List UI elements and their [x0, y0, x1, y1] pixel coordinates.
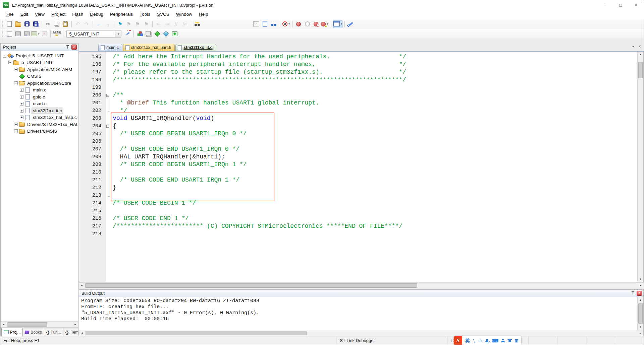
collapse-icon[interactable]: − [3, 54, 6, 58]
scroll-down-icon[interactable] [638, 276, 643, 282]
tree-item-drivers-cmsis[interactable]: +Drivers/CMSIS [1, 128, 78, 135]
document-tab-stm32f1xx-it-c[interactable]: stm32f1xx_it.c [175, 44, 216, 51]
expand-icon[interactable]: + [14, 123, 18, 126]
find-in-files-button[interactable] [193, 20, 201, 28]
collapse-icon[interactable]: − [8, 61, 12, 64]
scrollbar-thumb[interactable] [7, 322, 47, 327]
clear-bookmarks-button[interactable]: ⚑ [142, 20, 150, 28]
expand-icon[interactable]: + [20, 95, 23, 99]
scrollbar-track[interactable] [638, 57, 643, 276]
scroll-right-icon[interactable] [72, 322, 78, 327]
scrollbar-thumb[interactable] [638, 62, 643, 78]
manage-run-time-environment-button[interactable] [153, 30, 161, 38]
handwriting-input-icon[interactable] [501, 339, 505, 342]
target-select-dropdown-icon[interactable]: ▾ [115, 30, 121, 37]
scrollbar-track[interactable] [85, 283, 638, 288]
navigate-back-button[interactable]: ← [95, 20, 103, 28]
voice-input-icon[interactable] [486, 339, 488, 342]
pin-icon[interactable] [631, 291, 635, 295]
maximize-button[interactable]: □ [613, 0, 628, 10]
tree-item-application-mdk-arm[interactable]: +Application/MDK-ARM [1, 66, 78, 73]
target-select[interactable]: 5_USART_INIT▾ [66, 30, 121, 38]
scroll-left-icon[interactable] [1, 322, 6, 327]
scroll-down-icon[interactable] [638, 324, 643, 330]
document-tab-stm32f1xx-hal-uart-h[interactable]: stm32f1xx_hal_uart.h [123, 44, 175, 51]
pack-installer-button[interactable] [171, 30, 179, 38]
scrollbar-thumb[interactable] [85, 283, 417, 288]
select-software-packs-button[interactable] [162, 30, 170, 38]
tree-item-stm32f1xx-it-c[interactable]: +stm32f1xx_it.c [1, 107, 78, 114]
save-all-button[interactable] [32, 20, 40, 28]
tree-item-stm32f1xx-hal-msp-c[interactable]: +stm32f1xx_hal_msp.c [1, 114, 78, 121]
tree-item-application-user-core[interactable]: −Application/User/Core [1, 80, 78, 87]
manage-project-items-button[interactable] [136, 30, 144, 38]
next-bookmark-button[interactable]: ⚑ [125, 20, 133, 28]
previous-bookmark-button[interactable]: ⚑ [133, 20, 142, 28]
language-mode-icon[interactable]: 英 [465, 338, 470, 343]
fold-toggle-icon[interactable]: − [105, 122, 111, 130]
scroll-up-icon[interactable] [638, 52, 643, 57]
menu-flash[interactable]: Flash [69, 10, 87, 18]
kill-all-breakpoints-button[interactable]: ▾ [321, 20, 329, 28]
debug-windows-button[interactable]: ▾ [333, 20, 342, 28]
insert-bookmark-button[interactable]: ⚑ [116, 20, 124, 28]
menu-file[interactable]: File [3, 10, 17, 18]
scroll-up-icon[interactable] [638, 297, 643, 303]
document-tab-main-c[interactable]: main.c [98, 44, 122, 51]
fold-toggle-icon[interactable]: − [105, 91, 111, 99]
batch-build-button[interactable]: ▾ [32, 30, 40, 38]
virtual-keyboard-icon[interactable]: ⌨ [492, 338, 498, 343]
collapse-icon[interactable]: − [14, 81, 18, 85]
open-file-button[interactable] [14, 20, 22, 28]
close-document-icon[interactable] [637, 44, 643, 49]
build-button[interactable] [14, 30, 22, 38]
expand-icon[interactable]: + [14, 129, 18, 133]
scroll-left-icon[interactable] [79, 283, 85, 288]
new-file-button[interactable] [5, 20, 13, 28]
skin-settings-icon[interactable] [507, 339, 512, 342]
start-stop-debug-button[interactable]: d▾ [282, 20, 290, 28]
disable-all-breakpoints-button[interactable] [312, 20, 320, 28]
scrollbar-track[interactable] [85, 330, 638, 336]
scroll-right-icon[interactable] [638, 283, 644, 288]
navigate-forward-button[interactable]: → [104, 20, 112, 28]
tree-item-drivers-stm32f1xx-hal-d[interactable]: +Drivers/STM32F1xx_HAL_D [1, 121, 78, 128]
workspace-tab-project[interactable]: Proj... [1, 328, 23, 336]
tree-item-project-5-usart-init[interactable]: −Project: 5_USART_INIT [1, 52, 78, 59]
copy-button[interactable] [53, 20, 61, 28]
minimize-button[interactable]: − [597, 0, 613, 10]
tree-item-usart-c[interactable]: +usart.c [1, 100, 78, 108]
debug-windows-dropdown-icon[interactable]: ▾ [341, 22, 342, 25]
paste-button[interactable] [61, 20, 69, 28]
pin-icon[interactable] [66, 45, 70, 49]
code-area[interactable]: 195/* Add here the Interrupt Handlers fo… [79, 52, 637, 282]
cut-button[interactable]: ✂ [44, 20, 52, 28]
menu-peripherals[interactable]: Peripherals [107, 10, 136, 18]
menu-tools[interactable]: Tools [136, 10, 154, 18]
menu-svcs[interactable]: SVCS [154, 10, 173, 18]
build-output-close-icon[interactable] [637, 291, 642, 296]
options-for-target-button[interactable] [123, 30, 131, 38]
scrollbar-thumb[interactable] [638, 303, 643, 324]
enable-disable-breakpoint-button[interactable] [303, 20, 311, 28]
sogou-toolbox-icon[interactable]: ⊞ [515, 338, 519, 343]
menu-debug[interactable]: Debug [87, 10, 107, 18]
expand-icon[interactable]: + [20, 102, 23, 106]
download-to-flash-button[interactable]: LOAD⇊ [53, 30, 61, 38]
sogou-logo-icon[interactable]: S [454, 336, 462, 345]
tree-item-5-usart-init[interactable]: −5_USART_INIT [1, 59, 78, 66]
find-in-files-dialog-button[interactable] [261, 20, 269, 28]
project-panel-close-icon[interactable] [71, 45, 77, 50]
file-extensions-books-button[interactable] [145, 30, 153, 38]
configure-uvision-button[interactable] [347, 20, 355, 28]
rebuild-all-button[interactable] [23, 30, 31, 38]
document-list-icon[interactable] [630, 44, 636, 49]
scroll-right-icon[interactable] [638, 330, 643, 336]
menu-project[interactable]: Project [48, 10, 69, 18]
scrollbar-thumb[interactable] [86, 331, 307, 335]
expand-icon[interactable]: + [20, 116, 23, 119]
expand-icon[interactable]: + [20, 88, 23, 92]
incremental-find-button[interactable] [270, 20, 278, 28]
punctuation-mode-icon[interactable]: ’, [473, 338, 475, 343]
save-button[interactable] [23, 20, 31, 28]
